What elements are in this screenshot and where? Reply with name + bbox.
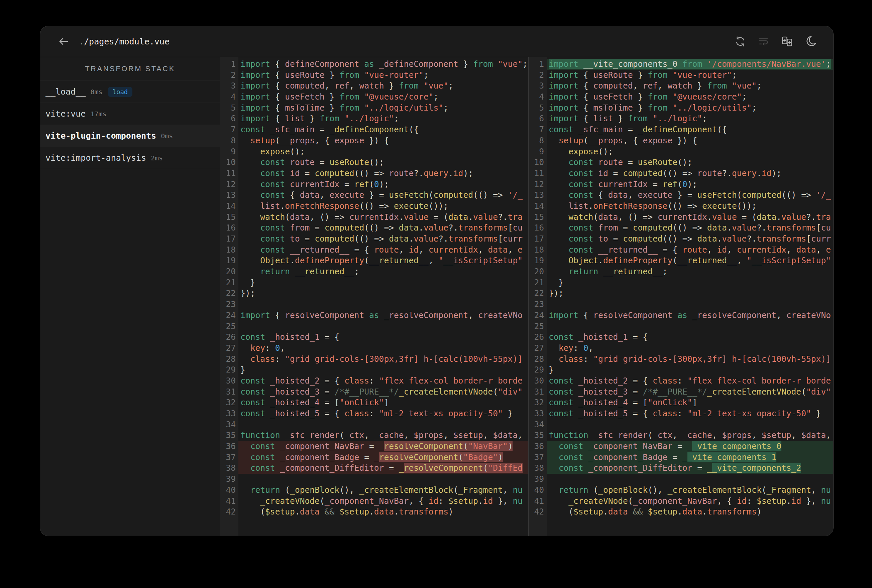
code-line: 36 const _component_NavBar = __vite_comp… — [529, 441, 833, 452]
sidebar-item-vite-import-analysis[interactable]: vite:import-analysis2ms — [40, 147, 220, 169]
code-line: 5import { msToTime } from "../logic/util… — [529, 103, 833, 114]
sidebar-item--load-[interactable]: __load__0msload — [40, 81, 220, 103]
line-number: 25 — [529, 321, 547, 332]
code-line: 40 return (_openBlock(), _createElementB… — [220, 485, 528, 496]
code-line: 32const _hoisted_4 = ["onClick"] — [529, 397, 833, 408]
code-text: const id = computed(() => route?.query.i… — [238, 168, 528, 179]
code-line: 26const _hoisted_1 = { — [529, 332, 833, 343]
line-number: 21 — [529, 277, 547, 288]
line-number: 1 — [220, 59, 238, 70]
code-text: list.onFetchResponse(() => execute()); — [238, 201, 528, 212]
code-text: const _component_Badge = __vite_componen… — [547, 452, 833, 463]
code-text — [238, 419, 528, 430]
line-number: 18 — [529, 244, 547, 256]
code-text: import { msToTime } from "../logic/utils… — [238, 103, 528, 114]
line-number: 10 — [220, 157, 238, 168]
code-line: 2import { useRoute } from "vue-router"; — [220, 70, 528, 81]
code-text: return __returned__; — [547, 266, 833, 277]
code-text: const _component_NavBar = _resolveCompon… — [238, 441, 528, 452]
code-text: import { useFetch } from "@vueuse/core"; — [547, 92, 833, 103]
line-number: 2 — [529, 70, 547, 81]
code-line: 15 watch(data, () => currentIdx.value = … — [220, 212, 528, 223]
code-text: ($setup.data && $setup.data.transforms) — [547, 507, 833, 518]
line-number: 8 — [220, 135, 238, 146]
code-text: Object.defineProperty(__returned__, "__i… — [547, 255, 833, 266]
code-text: import { resolveComponent as _resolveCom… — [547, 310, 833, 321]
transform-time: 0ms — [161, 132, 173, 140]
code-line: 32const _hoisted_4 = ["onClick"] — [220, 397, 528, 408]
code-line: 6import { list } from "../logic"; — [220, 113, 528, 124]
code-text: } — [238, 277, 528, 288]
code-line: 17 const to = computed(() => data.value?… — [529, 234, 833, 244]
code-text: const __returned__ = { route, id, curren… — [238, 244, 528, 256]
diff-panel-before[interactable]: 1import { defineComponent as _defineComp… — [220, 57, 528, 536]
code-text: }); — [547, 288, 833, 299]
code-line: 1import { defineComponent as _defineComp… — [220, 59, 528, 70]
code-line: 41 _createVNode(_component_NavBar, { id:… — [220, 496, 528, 507]
code-text: import { list } from "../logic"; — [238, 113, 528, 124]
line-number: 11 — [220, 168, 238, 179]
sidebar-item-vite-vue[interactable]: vite:vue17ms — [40, 103, 220, 125]
code-line: 42 ($setup.data && $setup.data.transform… — [529, 507, 833, 518]
line-number: 37 — [220, 452, 238, 463]
line-number: 13 — [529, 190, 547, 201]
back-button[interactable] — [57, 35, 70, 48]
code-line: 11 const id = computed(() => route?.quer… — [220, 168, 528, 179]
code-text — [547, 299, 833, 310]
inline-diff-toggle[interactable] — [757, 35, 770, 48]
line-number: 23 — [220, 299, 238, 310]
code-line: 22}); — [529, 288, 833, 299]
line-number: 32 — [529, 397, 547, 408]
sidebar-item-vite-plugin-components[interactable]: vite-plugin-components0ms — [40, 125, 220, 147]
code-line: 40 return (_openBlock(), _createElementB… — [529, 485, 833, 496]
refresh-button[interactable] — [734, 35, 747, 48]
code-line: 38 const _component_DiffEditor = __vite_… — [529, 463, 833, 474]
line-number: 35 — [529, 430, 547, 441]
line-number: 26 — [529, 332, 547, 343]
line-number: 2 — [220, 70, 238, 81]
code-text: ($setup.data && $setup.data.transforms) — [238, 507, 528, 518]
line-number: 38 — [220, 463, 238, 474]
code-line: 29} — [529, 364, 833, 375]
code-line: 39 — [220, 474, 528, 485]
file-path-title: ./pages/module.vue — [79, 37, 170, 46]
code-text: return __returned__; — [238, 266, 528, 277]
code-line: 18 const __returned__ = { route, id, cur… — [529, 244, 833, 256]
code-lines-before: 1import { defineComponent as _defineComp… — [220, 57, 528, 518]
code-line: 16 const from = computed(() => data.valu… — [529, 222, 833, 234]
line-number: 36 — [529, 441, 547, 452]
code-text: list.onFetchResponse(() => execute()); — [547, 201, 833, 212]
code-line: 10 const route = useRoute(); — [220, 157, 528, 168]
line-number: 18 — [220, 244, 238, 256]
line-number: 39 — [529, 474, 547, 485]
code-line: 8 setup(__props, { expose }) { — [529, 135, 833, 146]
line-number: 4 — [220, 92, 238, 103]
line-number: 4 — [529, 92, 547, 103]
code-text: const _sfc_main = _defineComponent({ — [547, 124, 833, 135]
code-text: expose(); — [547, 146, 833, 158]
code-line: 6import { list } from "../logic"; — [529, 113, 833, 124]
line-number: 3 — [220, 81, 238, 92]
line-number: 38 — [529, 463, 547, 474]
line-number: 30 — [529, 375, 547, 387]
line-number: 14 — [220, 201, 238, 212]
code-text: class: "grid grid-cols-[300px,3fr] h-[ca… — [547, 354, 833, 365]
header-actions — [734, 35, 817, 48]
diff-panel-after[interactable]: 1import __vite_components_0 from '/compo… — [529, 57, 833, 536]
code-line: 38 const _component_DiffEditor = _resolv… — [220, 463, 528, 474]
line-number: 19 — [220, 255, 238, 266]
line-number: 3 — [529, 81, 547, 92]
line-number: 28 — [529, 354, 547, 365]
code-line: 20 return __returned__; — [529, 266, 833, 277]
side-by-side-toggle[interactable] — [780, 35, 794, 48]
code-text: } — [547, 364, 833, 375]
theme-toggle-button[interactable] — [804, 35, 817, 48]
line-number: 13 — [220, 190, 238, 201]
line-number: 31 — [220, 387, 238, 398]
line-number: 28 — [220, 354, 238, 365]
transform-name: vite:import-analysis — [45, 153, 146, 163]
code-line: 28 class: "grid grid-cols-[300px,3fr] h-… — [220, 354, 528, 365]
code-text: import { useRoute } from "vue-router"; — [547, 70, 833, 81]
line-number: 17 — [529, 234, 547, 244]
line-number: 41 — [220, 496, 238, 507]
